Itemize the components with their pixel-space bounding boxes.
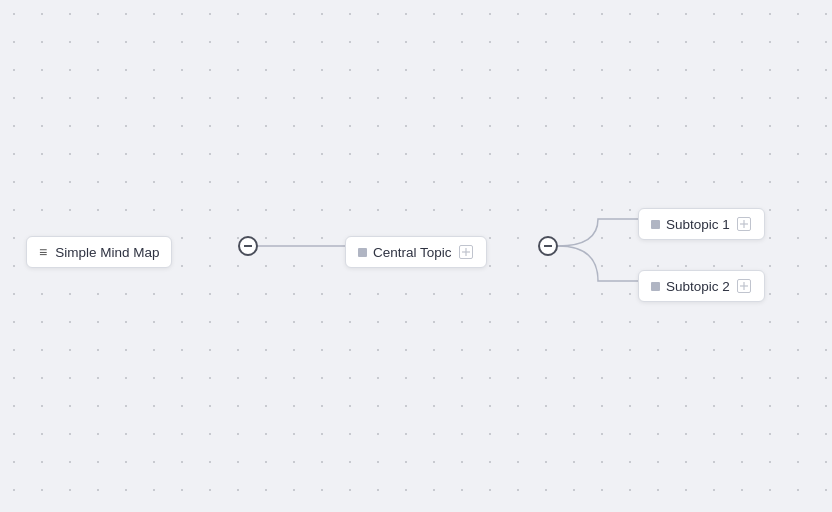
central-collapse-button[interactable] — [538, 236, 558, 256]
sub2-square-icon — [651, 282, 660, 291]
list-icon: ≡ — [39, 244, 47, 260]
sub2-expand-icon[interactable] — [736, 278, 752, 294]
title-collapse-button[interactable] — [238, 236, 258, 256]
subtopic-1-node[interactable]: Subtopic 1 — [638, 208, 765, 240]
sub1-expand-icon[interactable] — [736, 216, 752, 232]
central-expand-icon[interactable] — [458, 244, 474, 260]
central-square-icon — [358, 248, 367, 257]
subtopic-2-label: Subtopic 2 — [666, 279, 730, 294]
subtopic-2-node[interactable]: Subtopic 2 — [638, 270, 765, 302]
title-node-label: Simple Mind Map — [55, 245, 159, 260]
subtopic-1-label: Subtopic 1 — [666, 217, 730, 232]
mind-map-canvas: ≡ Simple Mind Map Central Topic Subtopic… — [0, 0, 832, 512]
central-topic-node[interactable]: Central Topic — [345, 236, 487, 268]
title-node[interactable]: ≡ Simple Mind Map — [26, 236, 172, 268]
central-topic-label: Central Topic — [373, 245, 452, 260]
sub1-square-icon — [651, 220, 660, 229]
